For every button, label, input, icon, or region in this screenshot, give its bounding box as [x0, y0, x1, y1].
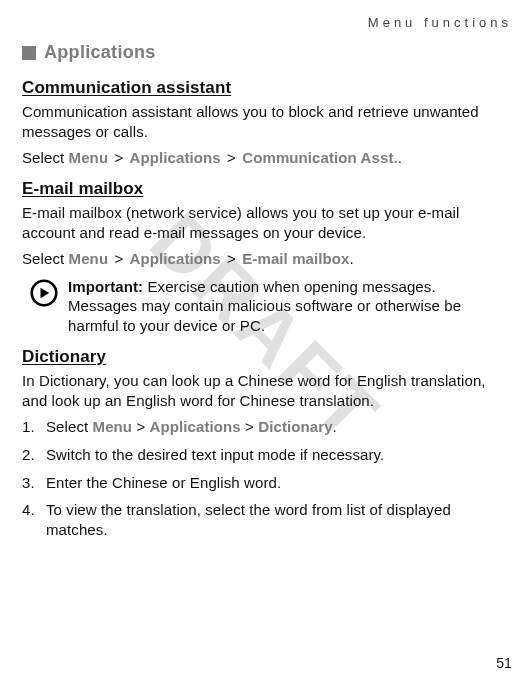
section-marker-icon [22, 46, 36, 60]
page-number: 51 [496, 654, 512, 672]
ca-nav-label: Select [22, 149, 64, 166]
chevron-right-icon: > [225, 250, 238, 267]
em-nav-email: E-mail mailbox [242, 250, 349, 267]
important-callout: Important: Exercise caution when opening… [30, 277, 512, 336]
chevron-right-icon: > [245, 418, 254, 435]
dict-step-1-dictionary: Dictionary [258, 418, 332, 435]
ca-nav-applications: Applications [130, 149, 221, 166]
dict-step-4: To view the translation, select the word… [22, 500, 510, 540]
dict-body: In Dictionary, you can look up a Chinese… [22, 371, 512, 411]
dict-step-1: Select Menu > Applications > Dictionary. [22, 417, 510, 437]
chevron-right-icon: > [225, 149, 238, 166]
ca-nav: Select Menu > Applications > Communicati… [22, 148, 512, 168]
ca-nav-comm-asst: Communication Asst. [242, 149, 398, 166]
ca-nav-menu: Menu [69, 149, 109, 166]
running-header: Menu functions [22, 14, 512, 31]
em-nav-label: Select [22, 250, 64, 267]
dict-step-1-suffix: . [333, 418, 337, 435]
dict-step-1-prefix: Select [46, 418, 93, 435]
dict-step-3: Enter the Chinese or English word. [22, 473, 510, 493]
section-header: Applications [22, 41, 512, 65]
important-text: Important: Exercise caution when opening… [68, 277, 506, 336]
ca-body: Communication assistant allows you to bl… [22, 102, 512, 142]
em-heading: E-mail mailbox [22, 178, 512, 200]
important-lead: Important: [68, 278, 143, 295]
page-content: Menu functions Applications Communicatio… [22, 14, 512, 540]
dict-steps: Select Menu > Applications > Dictionary.… [22, 417, 512, 540]
em-nav-menu: Menu [69, 250, 109, 267]
chevron-right-icon: > [112, 149, 125, 166]
chevron-right-icon: > [136, 418, 145, 435]
em-nav: Select Menu > Applications > E-mail mail… [22, 249, 512, 269]
section-title: Applications [44, 41, 156, 65]
dict-heading: Dictionary [22, 346, 512, 368]
em-nav-suffix: . [350, 250, 354, 267]
chevron-right-icon: > [112, 250, 125, 267]
dict-step-2: Switch to the desired text input mode if… [22, 445, 510, 465]
em-body: E-mail mailbox (network service) allows … [22, 203, 512, 243]
dict-step-1-menu: Menu [93, 418, 133, 435]
em-nav-applications: Applications [130, 250, 221, 267]
important-icon [30, 279, 58, 307]
ca-heading: Communication assistant [22, 77, 512, 99]
ca-nav-suffix: . [398, 149, 402, 166]
dict-step-1-applications: Applications [150, 418, 241, 435]
